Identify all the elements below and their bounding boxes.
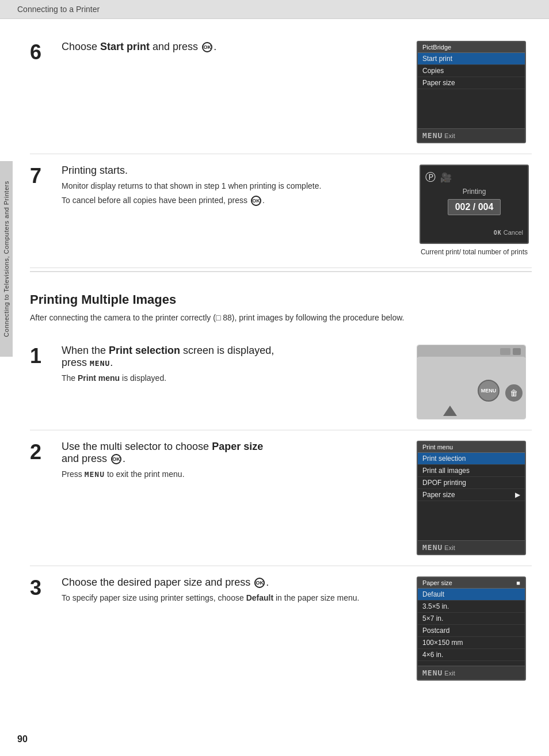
print-menu-lcd: Print menu Print selection Print all ima… [417, 441, 526, 555]
camera-icon: 🎥 [440, 172, 452, 183]
lcd-row-papersize: Paper size [418, 77, 525, 89]
trash-button: 🗑 [505, 384, 523, 402]
step-1-title: When the Print selection screen is displ… [62, 345, 405, 369]
section-heading: Printing Multiple Images [30, 292, 532, 307]
page-header: Connecting to a Printer [0, 0, 549, 19]
pictbridge-header: PictBridge [418, 42, 525, 53]
step-3-desc: To specify paper size using printer sett… [62, 592, 405, 604]
menu-button: MENU [478, 380, 500, 402]
arrow-up-indicator [443, 406, 457, 416]
step-7-content: Printing starts. Monitor display returns… [62, 165, 417, 209]
step-3-section: 3 Choose the desired paper size and pres… [30, 566, 532, 691]
page-number: 90 [17, 734, 28, 744]
step-2-desc: Press MENU to exit the print menu. [62, 468, 405, 480]
paper-size-lcd: Paper size ■ Default 3.5×5 in. 5×7 in. P… [417, 576, 526, 681]
step-6-content: Choose Start print and press OK. [62, 41, 417, 56]
lcd-footer-step6: MENU Exit [418, 128, 525, 142]
lcd-row-startprint: Start print [418, 53, 525, 65]
step-6-title: Choose Start print and press OK. [62, 41, 405, 53]
step-1-desc: The Print menu is displayed. [62, 372, 405, 384]
step-7-number: 7 [30, 165, 62, 186]
menu-text-2: MENU [85, 470, 105, 479]
step-3-content: Choose the desired paper size and press … [62, 576, 417, 606]
header-title: Connecting to a Printer [17, 5, 100, 14]
step-7-desc2: To cancel before all copies have been pr… [62, 194, 405, 207]
lcd-row-4x6: 4×6 in. [418, 649, 525, 661]
step-1-number: 1 [30, 345, 62, 366]
printing-cancel: OK Cancel [425, 227, 523, 238]
lcd-row-postcard: Postcard [418, 625, 525, 637]
lcd-footer-step3: MENU Exit [418, 666, 525, 679]
printing-label: Printing [425, 188, 523, 196]
step-2-section: 2 Use the multi selector to choose Paper… [30, 430, 532, 566]
pictbridge-lcd: PictBridge Start print Copies Paper size… [417, 41, 526, 143]
side-label-bar: Connecting to Televisions, Computers and… [0, 161, 13, 357]
paper-size-header: Paper size ■ [418, 578, 525, 589]
lcd-footer-step2: MENU Exit [418, 540, 525, 554]
side-label-text: Connecting to Televisions, Computers and… [3, 181, 10, 337]
step-6-section: 6 Choose Start print and press OK. PictB… [30, 30, 532, 154]
lcd-row-papersize2: Paper size▶ [418, 489, 525, 501]
step-2-title: Use the multi selector to choose Paper s… [62, 441, 405, 465]
section-container: Printing Multiple Images After connectin… [30, 275, 532, 334]
printing-lcd: Ⓟ 🎥 Printing 002 / 004 OK Cancel [420, 165, 529, 244]
step-7-section: 7 Printing starts. Monitor display retur… [30, 154, 532, 268]
lcd-row-100x150: 100×150 mm [418, 637, 525, 649]
step-1-image: MENU 🗑 [417, 345, 532, 419]
ok-button-icon: OK [202, 42, 212, 52]
lcd-row-default: Default [418, 589, 525, 601]
step-7-desc1: Monitor display returns to that shown in… [62, 180, 405, 192]
ok-button-icon-2: OK [251, 196, 261, 206]
power-icon: Ⓟ [425, 170, 436, 184]
step-6-number: 6 [30, 41, 62, 63]
step-3-title: Choose the desired paper size and press … [62, 576, 405, 589]
step-3-image: Paper size ■ Default 3.5×5 in. 5×7 in. P… [417, 576, 532, 681]
section-intro: After connecting the camera to the print… [30, 312, 532, 324]
printing-counter: 002 / 004 [448, 199, 501, 215]
lcd-row-5x7: 5×7 in. [418, 613, 525, 625]
step-2-content: Use the multi selector to choose Paper s… [62, 441, 417, 483]
step-2-image: Print menu Print selection Print all ima… [417, 441, 532, 555]
step-3-number: 3 [30, 576, 62, 598]
step-1-section: 1 When the Print selection screen is dis… [30, 334, 532, 430]
step-2-number: 2 [30, 441, 62, 463]
step-6-image: PictBridge Start print Copies Paper size… [417, 41, 532, 143]
lcd-row-dpof: DPOF printing [418, 477, 525, 489]
lcd-row-printall: Print all images [418, 465, 525, 477]
camera-photo: MENU 🗑 [417, 345, 526, 419]
ok-button-icon-4: OK [254, 578, 265, 588]
section-divider [30, 271, 532, 272]
lcd-row-3x5: 3.5×5 in. [418, 601, 525, 613]
lcd-row-printselection: Print selection [418, 453, 525, 465]
ok-button-icon-3: OK [111, 454, 121, 464]
menu-text-1: MENU [90, 359, 110, 368]
step-1-content: When the Print selection screen is displ… [62, 345, 417, 387]
print-menu-header: Print menu [418, 442, 525, 453]
step-7-image: Ⓟ 🎥 Printing 002 / 004 OK Cancel Current… [417, 165, 532, 257]
printing-caption: Current print/ total number of prints [421, 247, 528, 257]
lcd-row-copies: Copies [418, 65, 525, 77]
step-7-title: Printing starts. [62, 165, 405, 177]
